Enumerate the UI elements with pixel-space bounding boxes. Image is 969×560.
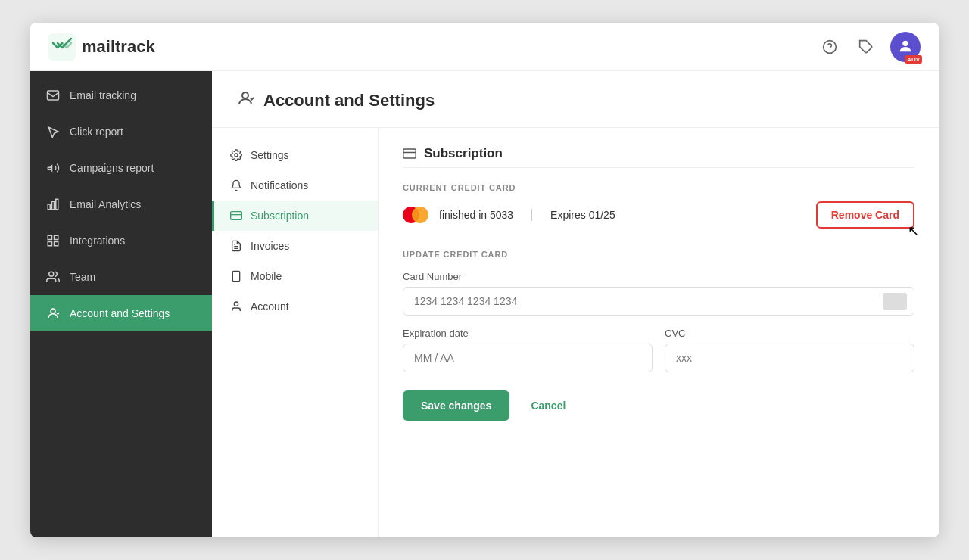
sidebar: Email tracking Click report Campaigns re… [30,71,212,537]
sidebar-label-team: Team [70,271,95,283]
credit-card-info: finished in 5033 Expires 01/25 [403,206,615,224]
sub-item-settings[interactable]: Settings [212,140,378,170]
grid-icon [45,233,61,248]
sub-item-subscription[interactable]: Subscription [212,201,378,231]
sidebar-label-email-analytics: Email Analytics [70,198,141,210]
sub-label-settings: Settings [251,149,289,161]
card-number-wrapper [403,287,914,316]
svg-rect-8 [56,199,58,210]
sidebar-item-account-settings[interactable]: Account and Settings [30,295,212,331]
topbar: mailtrack ADV [30,23,939,71]
card-number-group: Card Number [403,271,914,316]
cursor-icon [45,124,61,139]
credit-card-icon [229,209,243,222]
logo-icon [48,33,76,61]
sidebar-item-email-tracking[interactable]: Email tracking [30,77,212,114]
sub-item-account[interactable]: Account [212,291,378,322]
expiration-label: Expiration date [403,328,653,339]
person-icon [229,300,243,313]
sidebar-item-click-report[interactable]: Click report [30,114,212,150]
sub-label-notifications: Notifications [251,179,308,191]
credit-card-row: finished in 5033 Expires 01/25 Remove Ca… [403,201,914,229]
gear-icon [229,148,243,162]
app-name: mailtrack [82,37,155,57]
cvc-input[interactable] [665,344,914,372]
svg-point-13 [49,272,54,276]
svg-rect-24 [403,149,416,158]
logo[interactable]: mailtrack [48,33,155,61]
svg-rect-17 [231,212,242,220]
megaphone-icon [45,160,61,176]
svg-rect-11 [48,242,51,246]
svg-rect-9 [48,235,51,239]
remove-card-wrapper: Remove Card ↖ [816,201,914,229]
sub-item-notifications[interactable]: Notifications [212,170,378,201]
sub-label-account: Account [251,300,289,313]
card-expires: Expires 01/25 [550,209,615,221]
sidebar-label-integrations: Integrations [70,235,125,247]
expiration-input[interactable] [403,344,653,372]
cancel-button[interactable]: Cancel [519,390,578,421]
subscription-section-title: Subscription [403,146,914,161]
card-number-input[interactable] [403,287,914,316]
svg-rect-6 [48,204,50,210]
svg-point-15 [242,92,248,98]
envelope-icon [45,88,61,103]
mastercard-icon [403,206,430,224]
svg-rect-5 [48,91,59,100]
svg-point-4 [902,40,908,45]
inner-layout: Settings Notifications Subscription [212,128,939,537]
content-area: Account and Settings Settings [212,71,939,537]
sidebar-label-email-tracking: Email tracking [70,89,136,101]
expiration-group: Expiration date [403,328,653,372]
topbar-right: ADV [818,32,921,62]
card-info-divider [531,209,532,221]
sub-label-mobile: Mobile [251,270,282,282]
phone-icon [229,269,243,283]
main-area: Email tracking Click report Campaigns re… [30,71,939,537]
sub-item-invoices[interactable]: Invoices [212,231,378,261]
card-number-label: Card Number [403,271,914,282]
app-window: mailtrack ADV Email tra [30,23,939,537]
save-changes-button[interactable]: Save changes [403,390,509,421]
users-icon [45,269,61,285]
sub-label-subscription: Subscription [251,210,309,222]
avatar-initials [897,38,914,56]
sub-label-invoices: Invoices [251,240,289,252]
sidebar-label-account-settings: Account and Settings [70,307,170,319]
remove-card-button[interactable]: Remove Card [816,201,914,229]
card-last4: finished in 5033 [439,209,513,221]
sidebar-label-click-report: Click report [70,126,123,138]
sidebar-item-team[interactable]: Team [30,259,212,295]
svg-point-16 [235,154,238,157]
sub-sidebar: Settings Notifications Subscription [212,128,379,537]
current-card-label: CURRENT CREDIT CARD [403,183,914,192]
help-button[interactable] [818,35,842,59]
sub-item-mobile[interactable]: Mobile [212,261,378,291]
cvc-label: CVC [665,328,914,339]
btn-row: Save changes Cancel [403,390,914,421]
person-settings-icon [45,306,61,321]
page-header: Account and Settings [212,71,939,128]
file-text-icon [229,239,243,253]
bell-icon [229,179,243,192]
svg-rect-12 [55,242,58,246]
section-divider [403,167,914,168]
avatar[interactable]: ADV [890,32,921,62]
cvc-group: CVC [665,328,914,372]
tag-button[interactable] [854,35,878,59]
sidebar-item-integrations[interactable]: Integrations [30,222,212,259]
sidebar-item-campaigns-report[interactable]: Campaigns report [30,150,212,186]
subscription-title-text: Subscription [424,146,503,161]
sidebar-item-email-analytics[interactable]: Email Analytics [30,186,212,222]
avatar-badge: ADV [905,55,922,64]
bar-chart-icon [45,197,61,212]
sidebar-label-campaigns-report: Campaigns report [70,162,154,174]
svg-point-14 [51,309,55,313]
update-card-label: UPDATE CREDIT CARD [403,250,914,259]
page-title: Account and Settings [263,91,435,110]
expiry-cvc-row: Expiration date CVC [403,328,914,384]
svg-rect-10 [55,235,58,239]
svg-point-23 [234,302,238,306]
svg-rect-7 [52,201,55,210]
